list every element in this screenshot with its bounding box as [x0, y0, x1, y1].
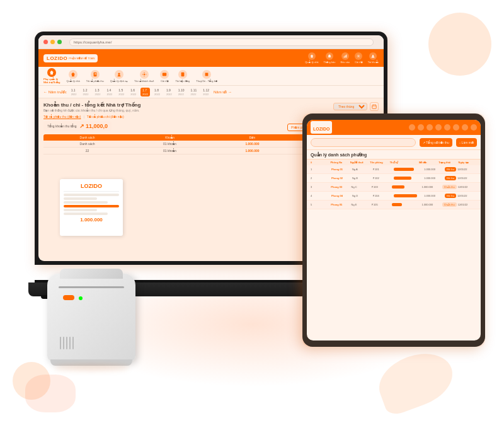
printer-paper: LOZIDO 1.000.000 — [60, 179, 123, 236]
month-tab-1[interactable]: 1.12022 — [69, 88, 79, 96]
laptop-nav-user[interactable]: Tài khoản — [368, 52, 379, 64]
tablet-td-name: P.103 — [372, 185, 391, 189]
tablet-td-id: 4 — [311, 194, 330, 197]
laptop-logo-box: LOZIDO PHẦN MỀM KẾ TOÁN — [43, 54, 98, 62]
browser-dot-yellow[interactable] — [50, 40, 55, 44]
laptop-subnav-current-label: Phụ quản lýNhà trọ Thống — [43, 78, 60, 84]
th-don: Đơn — [211, 136, 294, 139]
laptop-subnav-7[interactable]: ThuyChi - Tổng kết — [196, 70, 217, 83]
tablet-table-row[interactable]: 2 Phong 02 Ng B P.102 1.000.000 Đã thu 1… — [307, 174, 481, 183]
laptop-subnav-6-label: Tài hợp đồng — [175, 79, 190, 83]
tablet-screen: LOZIDO ↗ Tổng số tiền thu — [307, 120, 481, 341]
tablet-nav-7[interactable] — [462, 124, 468, 131]
printer-power-button[interactable] — [63, 295, 74, 300]
year-prev-btn[interactable]: ← Năm trước — [43, 90, 67, 94]
laptop-subnav-current[interactable]: Phụ quản lýNhà trọ Thống — [43, 68, 60, 84]
laptop-subnav-1[interactable]: Quản lý nhà — [66, 70, 79, 83]
laptop-subnav-5[interactable]: Cài đặt — [160, 70, 169, 83]
tablet-nav-2[interactable] — [418, 124, 424, 131]
tablet-table-row[interactable]: 1 Phong 01 Ng A P.101 1.000.000 Đã thu 1… — [307, 165, 481, 174]
calendar-icon-btn[interactable] — [370, 102, 379, 111]
tablet-nav-5[interactable] — [444, 124, 450, 131]
svg-rect-11 — [181, 72, 184, 76]
tablet-td-amount: 1.000.000 — [424, 194, 444, 197]
laptop-tab-thu[interactable]: Tất cả phiếu thu (đến nặc) — [43, 115, 81, 119]
status-badge-4: Đã thu — [445, 194, 456, 198]
tablet-td-date: 12/01/22 — [458, 185, 477, 189]
tablet-nav-icons — [409, 124, 477, 131]
browser-dot-red[interactable] — [43, 40, 48, 44]
tablet-nav-1[interactable] — [409, 124, 415, 131]
tablet-refresh-btn[interactable]: ↓ Làm mới — [456, 138, 477, 147]
laptop-sub-header: Phụ quản lýNhà trọ Thống Quản lý nhà Tài… — [38, 67, 384, 86]
tablet-td-bar — [394, 194, 423, 197]
laptop-subnav-6[interactable]: Tài hợp đồng — [175, 70, 190, 83]
paper-line-1 — [64, 194, 119, 196]
tablet-td-amount: 1.000.000 — [421, 203, 440, 206]
month-tab-10[interactable]: 1.102022 — [176, 88, 186, 96]
browser-url-bar[interactable]: https://coquanlyha.me/ — [69, 38, 374, 46]
tablet-td-tenant: Ng A — [352, 168, 372, 171]
laptop-browser-bar: https://coquanlyha.me/ — [38, 35, 384, 49]
tablet-td-bar — [392, 185, 420, 189]
tablet-nav-3[interactable] — [427, 124, 433, 131]
browser-dot-green[interactable] — [57, 40, 62, 44]
month-tab-12[interactable]: 1.122022 — [201, 88, 211, 96]
printer-body — [47, 274, 135, 362]
laptop-app-header: LOZIDO PHẦN MỀM KẾ TOÁN Quản lý nhà — [38, 49, 384, 67]
laptop-tab-chi[interactable]: Tất cả phiếu chi (đến nặc) — [87, 115, 124, 119]
status-badge-1: Đã thu — [445, 167, 456, 172]
svg-rect-2 — [346, 55, 346, 58]
total-label: Tổng khoản thu tổng — [47, 124, 77, 128]
month-tab-8[interactable]: 1.82022 — [152, 88, 162, 96]
month-tab-11[interactable]: 1.112022 — [189, 88, 199, 96]
month-tab-5[interactable]: 1.52022 — [117, 88, 126, 96]
svg-point-8 — [118, 73, 120, 74]
browser-url-text: https://coquanlyha.me/ — [74, 40, 112, 44]
laptop-subnav-2[interactable]: Tài sả phiếu thu — [86, 70, 104, 83]
tablet-td-room: Phong 03 — [331, 185, 350, 189]
laptop-subnav-3[interactable]: Quản lý dịch vụ — [110, 70, 128, 83]
laptop-nav-chart[interactable]: Báo cáo — [341, 52, 350, 64]
laptop-nav-bell-label: Thống báo — [324, 61, 336, 64]
status-badge-3: Chưa thu — [442, 185, 457, 189]
tablet-nav-4[interactable] — [435, 124, 442, 131]
tablet-total-btn[interactable]: ↗ Tổng số tiền thu — [420, 138, 452, 147]
tablet-nav-8[interactable] — [471, 124, 477, 131]
deco-circle-1 — [428, 13, 491, 76]
laptop-subnav-4[interactable]: Tài sả khách thuê — [134, 70, 154, 83]
month-tab-9[interactable]: 1.92022 — [164, 88, 174, 96]
tablet-col-id: # — [311, 161, 329, 164]
tablet: LOZIDO ↗ Tổng số tiền thu — [302, 114, 485, 347]
tablet-td-amount: 1.000.000 — [421, 185, 440, 189]
vent-line-5 — [72, 337, 74, 349]
laptop-subnav-2-label: Tài sả phiếu thu — [86, 79, 104, 83]
th-danhsach: Danh sách — [46, 136, 129, 139]
tablet-table-row[interactable]: 4 Phong 04 Ng D P.104 1.000.000 Đã thu 1… — [307, 192, 481, 201]
month-tab-7[interactable]: 1.72022 — [140, 88, 150, 96]
month-tab-2[interactable]: 1.22022 — [81, 88, 91, 96]
year-next-btn[interactable]: Năm tới → — [214, 90, 232, 94]
printer-shadow — [54, 364, 129, 371]
tablet-td-id: 3 — [311, 185, 329, 189]
laptop-nav-chart-label: Báo cáo — [341, 61, 350, 64]
laptop-nav-home[interactable]: Quản lý nhà — [305, 52, 318, 64]
filter-dropdown[interactable]: Theo tháng — [333, 103, 367, 110]
month-tab-4[interactable]: 1.42022 — [105, 88, 114, 96]
tablet-td-date: 12/01/22 — [457, 177, 477, 180]
tablet-table-row[interactable]: 3 Phong 03 Ng C P.103 1.000.000 Chưa thu… — [307, 183, 481, 192]
month-tab-3[interactable]: 1.32022 — [93, 88, 102, 96]
tablet-search-input[interactable] — [311, 138, 416, 147]
td-don-1: 1.000.000 — [211, 142, 294, 146]
month-tab-6[interactable]: 1.62022 — [129, 88, 138, 96]
laptop-nav-bell[interactable]: Thống báo — [324, 52, 336, 64]
total-value: ↗ 11,000,0 — [79, 123, 108, 129]
deco-blob-2 — [25, 375, 76, 412]
tablet-table-row[interactable]: 5 Phong 05 Ng E P.105 1.000.000 Chưa thu… — [307, 201, 481, 209]
paper-line-2 — [64, 197, 97, 200]
tablet-nav-6[interactable] — [453, 124, 459, 131]
subnav-1-icon — [69, 70, 77, 79]
laptop-nav-gear[interactable]: Cài đặt — [355, 52, 362, 64]
td-khoan-2: 01 khoản — [129, 149, 211, 153]
tablet-td-amount: 1.000.000 — [424, 168, 444, 171]
